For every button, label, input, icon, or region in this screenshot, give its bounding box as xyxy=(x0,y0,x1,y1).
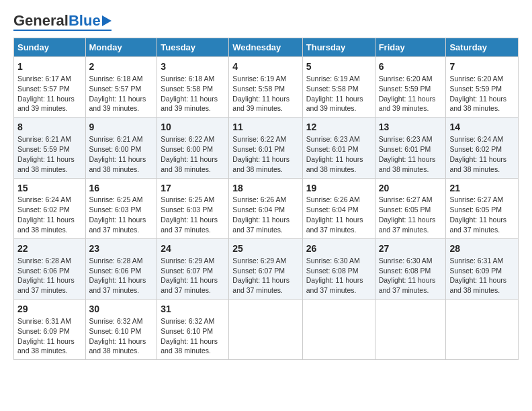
calendar-day-cell: 23Sunrise: 6:28 AMSunset: 6:06 PMDayligh… xyxy=(85,238,157,299)
day-info: Sunrise: 6:19 AMSunset: 5:58 PMDaylight:… xyxy=(232,75,290,113)
calendar-day-cell: 27Sunrise: 6:30 AMSunset: 6:08 PMDayligh… xyxy=(375,238,446,299)
day-number: 1 xyxy=(17,60,82,73)
day-of-week-header: Wednesday xyxy=(229,38,302,57)
day-number: 30 xyxy=(89,303,154,316)
day-info: Sunrise: 6:29 AMSunset: 6:07 PMDaylight:… xyxy=(232,257,290,295)
calendar-week-row: 8Sunrise: 6:21 AMSunset: 5:59 PMDaylight… xyxy=(14,118,519,178)
calendar-day-cell: 6Sunrise: 6:20 AMSunset: 5:59 PMDaylight… xyxy=(375,57,446,118)
day-number: 16 xyxy=(89,182,154,195)
calendar-day-cell: 15Sunrise: 6:24 AMSunset: 6:02 PMDayligh… xyxy=(14,178,86,238)
calendar-day-cell: 1Sunrise: 6:17 AMSunset: 5:57 PMDaylight… xyxy=(14,57,86,118)
calendar-day-cell: 16Sunrise: 6:25 AMSunset: 6:03 PMDayligh… xyxy=(85,178,157,238)
day-info: Sunrise: 6:27 AMSunset: 6:05 PMDaylight:… xyxy=(449,195,506,234)
day-info: Sunrise: 6:24 AMSunset: 6:02 PMDaylight:… xyxy=(449,135,506,173)
day-number: 31 xyxy=(161,303,225,316)
day-number: 11 xyxy=(232,121,298,134)
day-number: 23 xyxy=(89,242,154,255)
calendar-week-row: 15Sunrise: 6:24 AMSunset: 6:02 PMDayligh… xyxy=(14,178,519,238)
day-info: Sunrise: 6:30 AMSunset: 6:08 PMDaylight:… xyxy=(379,257,436,295)
calendar-day-cell xyxy=(446,300,519,360)
day-number: 25 xyxy=(232,242,298,255)
day-info: Sunrise: 6:30 AMSunset: 6:08 PMDaylight:… xyxy=(306,257,363,295)
calendar-day-cell: 5Sunrise: 6:19 AMSunset: 5:58 PMDaylight… xyxy=(302,57,375,118)
day-number: 28 xyxy=(449,242,515,255)
day-info: Sunrise: 6:20 AMSunset: 5:59 PMDaylight:… xyxy=(379,75,436,113)
calendar-day-cell: 28Sunrise: 6:31 AMSunset: 6:09 PMDayligh… xyxy=(446,238,519,299)
logo-blue: Blue xyxy=(69,12,101,29)
day-number: 18 xyxy=(232,182,298,195)
day-info: Sunrise: 6:19 AMSunset: 5:58 PMDaylight:… xyxy=(306,75,363,113)
calendar-day-cell: 14Sunrise: 6:24 AMSunset: 6:02 PMDayligh… xyxy=(446,118,519,178)
day-number: 12 xyxy=(306,121,371,134)
day-number: 21 xyxy=(449,182,515,195)
day-info: Sunrise: 6:20 AMSunset: 5:59 PMDaylight:… xyxy=(449,75,506,113)
day-of-week-header: Monday xyxy=(85,38,157,57)
logo-general: General xyxy=(13,12,69,29)
day-number: 14 xyxy=(449,121,515,134)
day-info: Sunrise: 6:21 AMSunset: 6:00 PMDaylight:… xyxy=(89,135,146,173)
day-info: Sunrise: 6:22 AMSunset: 6:00 PMDaylight:… xyxy=(161,135,218,173)
day-info: Sunrise: 6:31 AMSunset: 6:09 PMDaylight:… xyxy=(17,317,75,355)
day-number: 13 xyxy=(379,121,443,134)
calendar-day-cell xyxy=(302,300,375,360)
day-info: Sunrise: 6:23 AMSunset: 6:01 PMDaylight:… xyxy=(306,135,363,173)
calendar-day-cell: 9Sunrise: 6:21 AMSunset: 6:00 PMDaylight… xyxy=(85,118,157,178)
calendar-day-cell: 24Sunrise: 6:29 AMSunset: 6:07 PMDayligh… xyxy=(157,238,229,299)
day-info: Sunrise: 6:27 AMSunset: 6:05 PMDaylight:… xyxy=(379,195,436,234)
day-of-week-header: Thursday xyxy=(302,38,375,57)
day-info: Sunrise: 6:24 AMSunset: 6:02 PMDaylight:… xyxy=(17,195,75,234)
day-of-week-header: Saturday xyxy=(446,38,519,57)
day-of-week-header: Friday xyxy=(375,38,446,57)
day-info: Sunrise: 6:17 AMSunset: 5:57 PMDaylight:… xyxy=(17,75,75,113)
day-number: 10 xyxy=(161,121,225,134)
logo-text: GeneralBlue xyxy=(13,13,101,28)
day-info: Sunrise: 6:31 AMSunset: 6:09 PMDaylight:… xyxy=(449,257,506,295)
day-info: Sunrise: 6:23 AMSunset: 6:01 PMDaylight:… xyxy=(379,135,436,173)
calendar-week-row: 29Sunrise: 6:31 AMSunset: 6:09 PMDayligh… xyxy=(14,300,519,360)
day-info: Sunrise: 6:32 AMSunset: 6:10 PMDaylight:… xyxy=(161,317,218,355)
calendar-day-cell xyxy=(375,300,446,360)
day-number: 24 xyxy=(161,242,225,255)
day-info: Sunrise: 6:18 AMSunset: 5:58 PMDaylight:… xyxy=(161,75,218,113)
day-number: 15 xyxy=(17,182,82,195)
day-info: Sunrise: 6:28 AMSunset: 6:06 PMDaylight:… xyxy=(89,257,146,295)
calendar-day-cell: 8Sunrise: 6:21 AMSunset: 5:59 PMDaylight… xyxy=(14,118,86,178)
calendar-day-cell: 30Sunrise: 6:32 AMSunset: 6:10 PMDayligh… xyxy=(85,300,157,360)
calendar-day-cell xyxy=(229,300,302,360)
calendar-day-cell: 25Sunrise: 6:29 AMSunset: 6:07 PMDayligh… xyxy=(229,238,302,299)
calendar-day-cell: 2Sunrise: 6:18 AMSunset: 5:57 PMDaylight… xyxy=(85,57,157,118)
day-info: Sunrise: 6:18 AMSunset: 5:57 PMDaylight:… xyxy=(89,75,146,113)
calendar-header-row: SundayMondayTuesdayWednesdayThursdayFrid… xyxy=(14,38,519,57)
day-number: 17 xyxy=(161,182,225,195)
day-number: 7 xyxy=(449,60,515,73)
calendar-day-cell: 18Sunrise: 6:26 AMSunset: 6:04 PMDayligh… xyxy=(229,178,302,238)
day-number: 22 xyxy=(17,242,82,255)
day-of-week-header: Tuesday xyxy=(157,38,229,57)
calendar-day-cell: 29Sunrise: 6:31 AMSunset: 6:09 PMDayligh… xyxy=(14,300,86,360)
calendar-day-cell: 31Sunrise: 6:32 AMSunset: 6:10 PMDayligh… xyxy=(157,300,229,360)
day-number: 4 xyxy=(232,60,298,73)
calendar-day-cell: 3Sunrise: 6:18 AMSunset: 5:58 PMDaylight… xyxy=(157,57,229,118)
calendar-day-cell: 12Sunrise: 6:23 AMSunset: 6:01 PMDayligh… xyxy=(302,118,375,178)
day-info: Sunrise: 6:26 AMSunset: 6:04 PMDaylight:… xyxy=(306,195,363,234)
day-info: Sunrise: 6:29 AMSunset: 6:07 PMDaylight:… xyxy=(161,257,218,295)
logo-arrow-icon xyxy=(102,15,112,26)
calendar-day-cell: 17Sunrise: 6:25 AMSunset: 6:03 PMDayligh… xyxy=(157,178,229,238)
day-info: Sunrise: 6:21 AMSunset: 5:59 PMDaylight:… xyxy=(17,135,75,173)
day-info: Sunrise: 6:32 AMSunset: 6:10 PMDaylight:… xyxy=(89,317,146,355)
page-header: GeneralBlue xyxy=(13,13,519,31)
calendar-day-cell: 4Sunrise: 6:19 AMSunset: 5:58 PMDaylight… xyxy=(229,57,302,118)
day-number: 9 xyxy=(89,121,154,134)
calendar-day-cell: 22Sunrise: 6:28 AMSunset: 6:06 PMDayligh… xyxy=(14,238,86,299)
day-number: 5 xyxy=(306,60,371,73)
day-number: 2 xyxy=(89,60,154,73)
day-of-week-header: Sunday xyxy=(14,38,86,57)
day-number: 8 xyxy=(17,121,82,134)
calendar-day-cell: 19Sunrise: 6:26 AMSunset: 6:04 PMDayligh… xyxy=(302,178,375,238)
day-number: 19 xyxy=(306,182,371,195)
day-number: 27 xyxy=(379,242,443,255)
day-info: Sunrise: 6:28 AMSunset: 6:06 PMDaylight:… xyxy=(17,257,75,295)
day-number: 29 xyxy=(17,303,82,316)
calendar-week-row: 22Sunrise: 6:28 AMSunset: 6:06 PMDayligh… xyxy=(14,238,519,299)
calendar-day-cell: 11Sunrise: 6:22 AMSunset: 6:01 PMDayligh… xyxy=(229,118,302,178)
